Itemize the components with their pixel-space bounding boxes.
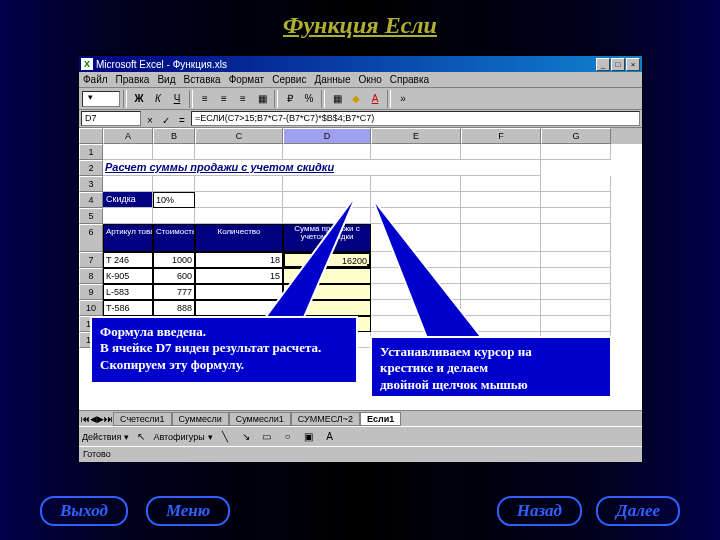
more-button[interactable]: » xyxy=(394,90,412,108)
menu-insert[interactable]: Вставка xyxy=(183,74,220,85)
cell[interactable]: 888 xyxy=(153,300,195,316)
cell[interactable]: Т-586 xyxy=(103,300,153,316)
status-bar: Готово xyxy=(79,446,642,462)
fx-cancel-icon[interactable]: × xyxy=(143,112,157,126)
tab-nav-first-icon[interactable]: ⏮ xyxy=(81,414,90,424)
row-header[interactable]: 8 xyxy=(79,268,103,284)
menu-file[interactable]: Файл xyxy=(83,74,108,85)
rect-icon[interactable]: ▭ xyxy=(258,428,276,446)
underline-button[interactable]: Ч xyxy=(168,90,186,108)
align-left-button[interactable]: ≡ xyxy=(196,90,214,108)
cell[interactable]: К-905 xyxy=(103,268,153,284)
arrow-icon[interactable]: ↘ xyxy=(237,428,255,446)
row-header[interactable]: 4 xyxy=(79,192,103,208)
sheet-tab[interactable]: Счетесли1 xyxy=(113,412,172,426)
menu-view[interactable]: Вид xyxy=(157,74,175,85)
draw-actions-menu[interactable]: Действия xyxy=(82,432,121,442)
border-button[interactable]: ▦ xyxy=(328,90,346,108)
align-right-button[interactable]: ≡ xyxy=(234,90,252,108)
tab-nav-next-icon[interactable]: ▶ xyxy=(97,414,104,424)
maximize-button[interactable]: □ xyxy=(611,58,625,71)
row-header[interactable]: 7 xyxy=(79,252,103,268)
menu-edit[interactable]: Правка xyxy=(116,74,150,85)
row-header[interactable]: 1 xyxy=(79,144,103,160)
col-header[interactable]: A xyxy=(103,128,153,144)
back-button[interactable]: Назад xyxy=(497,496,582,526)
tab-nav-prev-icon[interactable]: ◀ xyxy=(90,414,97,424)
menu-button[interactable]: Меню xyxy=(146,496,230,526)
row-header[interactable]: 6 xyxy=(79,224,103,252)
close-button[interactable]: × xyxy=(626,58,640,71)
sheet-tab[interactable]: Суммесли xyxy=(172,412,229,426)
menu-help[interactable]: Справка xyxy=(390,74,429,85)
cell[interactable]: Т 246 xyxy=(103,252,153,268)
cell[interactable]: 1000 xyxy=(153,252,195,268)
row-header[interactable]: 3 xyxy=(79,176,103,192)
currency-button[interactable]: ₽ xyxy=(281,90,299,108)
exit-button[interactable]: Выход xyxy=(40,496,128,526)
cell[interactable]: L-583 xyxy=(103,284,153,300)
bold-button[interactable]: Ж xyxy=(130,90,148,108)
menu-tools[interactable]: Сервис xyxy=(272,74,306,85)
menu-window[interactable]: Окно xyxy=(359,74,382,85)
fill-color-button[interactable]: ◆ xyxy=(347,90,365,108)
col-header[interactable]: G xyxy=(541,128,611,144)
svg-marker-0 xyxy=(262,194,357,322)
fill-handle[interactable] xyxy=(367,264,371,268)
sheet-tabs: ⏮ ◀ ▶ ⏭ Счетесли1 Суммесли Суммесли1 СУМ… xyxy=(79,410,642,426)
sheet-title: Расчет суммы продажи с учетом скидки xyxy=(103,160,541,176)
align-center-button[interactable]: ≡ xyxy=(215,90,233,108)
window-titlebar: X Microsoft Excel - Функция.xls _ □ × xyxy=(79,56,642,72)
drawing-toolbar: Действия▾ ↖ Автофигуры▾ ╲ ↘ ▭ ○ ▣ A xyxy=(79,426,642,446)
autoshapes-menu[interactable]: Автофигуры xyxy=(153,432,204,442)
cell[interactable]: 777 xyxy=(153,284,195,300)
col-header[interactable]: C xyxy=(195,128,283,144)
select-objects-icon[interactable]: ↖ xyxy=(132,428,150,446)
next-button[interactable]: Далее xyxy=(596,496,680,526)
table-header: Стоимость xyxy=(153,224,195,252)
col-header[interactable]: E xyxy=(371,128,461,144)
format-toolbar: ▾ Ж К Ч ≡ ≡ ≡ ▦ ₽ % ▦ ◆ A » xyxy=(79,88,642,110)
cell[interactable]: 600 xyxy=(153,268,195,284)
col-header[interactable]: F xyxy=(461,128,541,144)
name-box[interactable]: D7 xyxy=(81,111,141,126)
nav-bar: Выход Меню Назад Далее xyxy=(0,496,720,526)
select-all-corner[interactable] xyxy=(79,128,103,144)
row-header[interactable]: 5 xyxy=(79,208,103,224)
callout-pointer xyxy=(372,198,502,343)
formula-bar: D7 × ✓ = =ЕСЛИ(C7>15;B7*C7-(B7*C7)*$B$4;… xyxy=(79,110,642,128)
callout-double-click: Устанавливаем курсор на крестике и делае… xyxy=(370,336,612,398)
oval-icon[interactable]: ○ xyxy=(279,428,297,446)
sheet-tab-active[interactable]: Если1 xyxy=(360,412,401,426)
table-header: Артикул товара xyxy=(103,224,153,252)
sheet-tab[interactable]: Суммесли1 xyxy=(229,412,291,426)
percent-button[interactable]: % xyxy=(300,90,318,108)
row-header[interactable]: 2 xyxy=(79,160,103,176)
row-header[interactable]: 9 xyxy=(79,284,103,300)
fx-confirm-icon[interactable]: ✓ xyxy=(159,112,173,126)
tab-nav-last-icon[interactable]: ⏭ xyxy=(104,414,113,424)
slide-title: Функция Если xyxy=(0,0,720,47)
row-header[interactable]: 10 xyxy=(79,300,103,316)
col-header[interactable]: B xyxy=(153,128,195,144)
wordart-icon[interactable]: A xyxy=(321,428,339,446)
callout-formula-entered: Формула введена. В ячейке D7 виден резул… xyxy=(90,316,358,384)
discount-label: Скидка xyxy=(103,192,153,208)
font-color-button[interactable]: A xyxy=(366,90,384,108)
merge-button[interactable]: ▦ xyxy=(253,90,271,108)
window-title: Microsoft Excel - Функция.xls xyxy=(96,59,596,70)
discount-value: 10% xyxy=(153,192,195,208)
textbox-icon[interactable]: ▣ xyxy=(300,428,318,446)
menu-data[interactable]: Данные xyxy=(314,74,350,85)
font-size-select[interactable]: ▾ xyxy=(82,91,120,107)
menu-format[interactable]: Формат xyxy=(229,74,265,85)
formula-input[interactable]: =ЕСЛИ(C7>15;B7*C7-(B7*C7)*$B$4;B7*C7) xyxy=(191,111,640,126)
menu-bar: Файл Правка Вид Вставка Формат Сервис Да… xyxy=(79,72,642,88)
line-icon[interactable]: ╲ xyxy=(216,428,234,446)
italic-button[interactable]: К xyxy=(149,90,167,108)
excel-app-icon: X xyxy=(81,58,93,70)
col-header[interactable]: D xyxy=(283,128,371,144)
sheet-tab[interactable]: СУММЕСЛ~2 xyxy=(291,412,360,426)
fx-icon[interactable]: = xyxy=(175,112,189,126)
minimize-button[interactable]: _ xyxy=(596,58,610,71)
